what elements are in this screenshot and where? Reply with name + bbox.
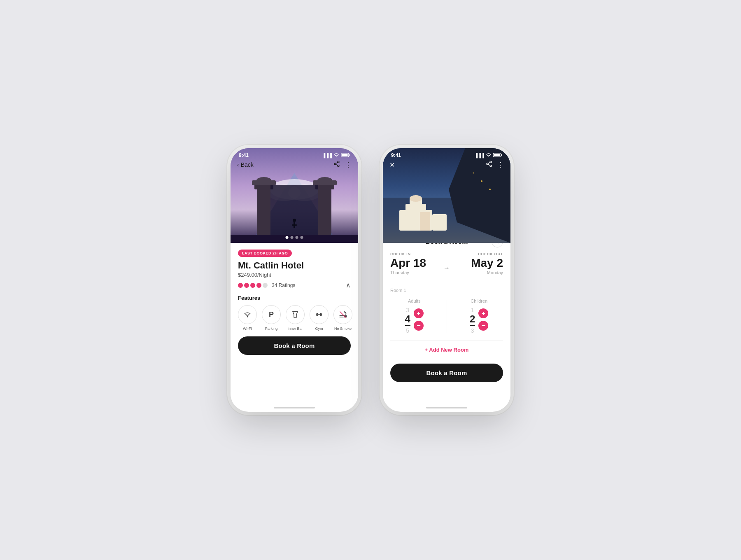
date-arrow-icon: → <box>439 264 454 275</box>
content-1: LAST BOOKED 2H AGO Mt. Catlin Hotel $249… <box>231 243 358 404</box>
svg-point-22 <box>334 163 336 165</box>
ratings-count: 34 Ratings <box>272 282 295 288</box>
wifi-feature-icon <box>238 305 257 324</box>
features-label: Features <box>238 295 351 301</box>
content-2: Book a Room ✕ CHECK IN Apr 18 Thursday →… <box>383 243 510 404</box>
star-rating <box>238 283 268 288</box>
star-3 <box>250 283 255 288</box>
status-icons-1: ▐▐▐ <box>322 153 350 158</box>
hero-image-1: ‹ Back ⋮ <box>231 148 358 243</box>
nav-actions-1: ⋮ <box>333 161 352 169</box>
signal-icon-2: ▐▐▐ <box>475 153 484 158</box>
share-icon-2[interactable] <box>486 161 492 169</box>
features-row: WI-FI P Parking Inner Bar <box>238 305 351 331</box>
svg-point-46 <box>489 189 491 190</box>
children-decrement-button[interactable]: − <box>478 321 488 331</box>
children-below: 3 <box>471 327 474 334</box>
svg-line-52 <box>488 162 490 163</box>
feature-wifi: WI-FI <box>238 305 257 331</box>
ratings-row: 34 Ratings ∧ <box>238 281 351 289</box>
svg-rect-34 <box>501 154 502 156</box>
bar-label: Inner Bar <box>287 327 303 331</box>
status-bar-1: 9:41 ▐▐▐ <box>231 148 358 160</box>
adults-above: 3 <box>406 307 409 313</box>
svg-point-45 <box>481 180 482 182</box>
adults-decrement-button[interactable]: − <box>414 321 424 331</box>
battery-icon-2 <box>493 153 502 158</box>
book-room-button-1[interactable]: Book a Room <box>238 336 351 355</box>
add-room-button[interactable]: + Add New Room <box>390 341 503 358</box>
children-above: 1 <box>471 307 474 313</box>
room-label: Room 1 <box>390 288 503 293</box>
share-icon-1[interactable] <box>333 161 340 169</box>
checkout-block: CHECK OUT May 2 Monday <box>454 252 503 275</box>
status-time-2: 9:41 <box>391 152 401 158</box>
phone-1: 9:41 ▐▐▐ <box>231 148 358 412</box>
bar-feature-icon <box>286 305 305 324</box>
signal-icon-1: ▐▐▐ <box>322 153 332 158</box>
svg-rect-1 <box>349 154 350 156</box>
battery-icon-1 <box>341 153 350 158</box>
svg-rect-44 <box>432 214 447 231</box>
hero-image-2: ✕ ⋮ <box>383 148 510 243</box>
modal-header: Book a Room ✕ <box>390 243 503 245</box>
svg-rect-35 <box>494 154 500 156</box>
more-icon-1[interactable]: ⋮ <box>345 161 352 169</box>
checkin-date: Apr 18 <box>390 257 439 270</box>
svg-point-11 <box>256 177 271 184</box>
more-icon-2[interactable]: ⋮ <box>497 161 504 169</box>
hotel-price: $249.00/Night <box>238 272 351 278</box>
svg-point-26 <box>247 317 247 317</box>
children-label: Children <box>471 299 487 303</box>
dates-row: CHECK IN Apr 18 Thursday → CHECK OUT May… <box>390 252 503 281</box>
svg-point-49 <box>487 163 488 165</box>
checkin-label: CHECK IN <box>390 252 439 256</box>
star-2 <box>244 283 249 288</box>
svg-point-17 <box>293 219 296 222</box>
book-room-button-2[interactable]: Book a Room <box>390 364 503 382</box>
back-button-1[interactable]: ‹ Back <box>237 161 254 168</box>
children-increment-button[interactable]: + <box>478 308 488 318</box>
parking-label: Parking <box>265 327 278 331</box>
parking-feature-icon: P <box>262 305 281 324</box>
close-icon-2[interactable]: ✕ <box>389 161 395 169</box>
dot-3 <box>296 236 298 239</box>
chevron-up-icon[interactable]: ∧ <box>346 281 351 289</box>
svg-line-24 <box>336 164 338 166</box>
nav-bar-2: ✕ ⋮ <box>383 161 510 169</box>
svg-point-21 <box>338 161 339 163</box>
back-label-1: Back <box>241 161 254 168</box>
gym-feature-icon <box>310 305 329 324</box>
wifi-label: WI-FI <box>243 327 252 331</box>
feature-gym: Gym <box>310 305 329 331</box>
star-4 <box>256 283 261 288</box>
modal-close-button[interactable]: ✕ <box>492 243 503 247</box>
adults-increment-button[interactable]: + <box>414 308 424 318</box>
occupants-divider <box>447 300 447 333</box>
svg-rect-8 <box>257 185 270 243</box>
home-indicator-2 <box>426 407 467 408</box>
feature-parking: P Parking <box>262 305 281 331</box>
nav-actions-2: ⋮ <box>486 161 504 169</box>
checkout-date: May 2 <box>454 257 503 270</box>
booking-modal: Book a Room ✕ CHECK IN Apr 18 Thursday →… <box>383 243 510 404</box>
svg-point-48 <box>490 161 492 163</box>
star-1 <box>238 283 243 288</box>
status-icons-2: ▐▐▐ <box>475 153 502 158</box>
last-booked-badge: LAST BOOKED 2H AGO <box>238 250 292 257</box>
wifi-icon-1 <box>333 153 339 158</box>
children-current: 2 <box>470 314 475 326</box>
children-stepper: + − <box>478 308 488 332</box>
status-bar-2: 9:41 ▐▐▐ <box>383 148 510 160</box>
gym-label: Gym <box>315 327 323 331</box>
svg-rect-43 <box>420 212 430 231</box>
nav-bar-1: ‹ Back ⋮ <box>231 161 358 169</box>
svg-rect-28 <box>317 313 317 316</box>
home-indicator-1 <box>274 407 315 408</box>
status-time-1: 9:41 <box>239 152 249 158</box>
svg-point-47 <box>473 173 474 174</box>
svg-rect-12 <box>318 185 331 243</box>
svg-point-15 <box>317 177 332 184</box>
svg-rect-2 <box>342 154 348 156</box>
checkin-block: CHECK IN Apr 18 Thursday <box>390 252 439 275</box>
